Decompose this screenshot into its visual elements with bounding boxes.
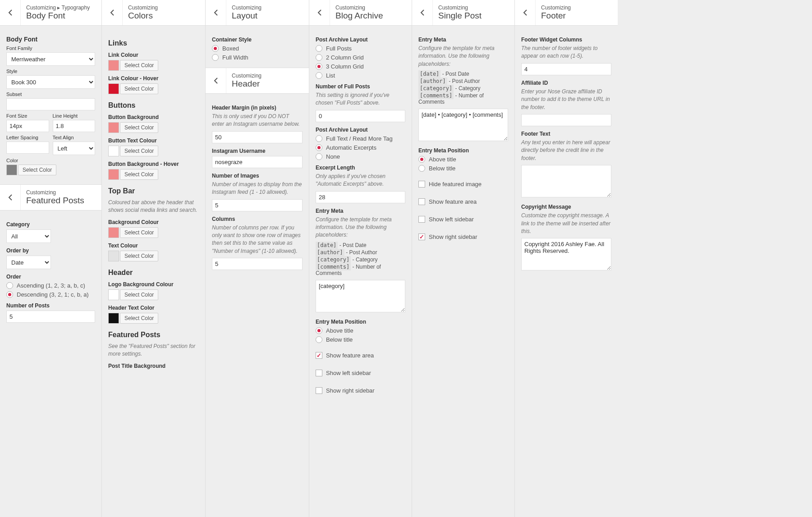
section-heading: Buttons	[108, 101, 199, 110]
category-select[interactable]: All	[6, 229, 51, 243]
label: Font Size	[6, 113, 49, 119]
label: Letter Spacing	[6, 135, 49, 140]
color-swatch	[108, 146, 119, 156]
select-color-button[interactable]: Select Color	[120, 60, 158, 71]
chevron-left-icon	[521, 9, 529, 17]
select-color-button[interactable]: Select Color	[120, 251, 158, 261]
metapos-below-radio[interactable]: Below title	[418, 165, 508, 172]
chevron-left-icon	[6, 193, 14, 201]
label: Order	[6, 274, 95, 280]
back-button[interactable]	[412, 0, 433, 25]
content-auto-radio[interactable]: Automatic Excerpts	[316, 144, 405, 151]
back-button[interactable]	[309, 0, 330, 25]
panel-title: Featured Posts	[26, 196, 84, 206]
copyright-textarea[interactable]	[521, 238, 611, 270]
container-full-radio[interactable]: Full Width	[212, 54, 303, 61]
color-swatch	[108, 169, 119, 180]
entry-meta-textarea[interactable]	[316, 280, 405, 312]
affiliate-input[interactable]	[521, 114, 611, 126]
order-desc-radio[interactable]: Descending (3, 2, 1; c, b, a)	[6, 291, 95, 298]
chevron-left-icon	[108, 9, 116, 17]
container-boxed-radio[interactable]: Boxed	[212, 45, 303, 52]
entry-meta-textarea[interactable]	[418, 109, 508, 141]
color-swatch	[6, 165, 17, 175]
show-feature-check[interactable]: Show feature area	[316, 352, 405, 359]
back-button[interactable]	[515, 0, 536, 25]
show-left-check[interactable]: Show left sidebar	[418, 216, 508, 223]
footer-text-textarea[interactable]	[521, 165, 611, 197]
panel-header: Customizing ▸ TypographyBody Font	[0, 0, 101, 26]
section-heading: Header	[108, 269, 199, 277]
chevron-left-icon	[212, 9, 220, 17]
hide-featured-check[interactable]: Hide featured image	[418, 181, 508, 188]
select-color-button[interactable]: Select Color	[120, 227, 158, 238]
num-posts-input[interactable]	[6, 311, 95, 323]
label: Color	[6, 158, 95, 163]
select-color-button[interactable]: Select Color	[120, 313, 158, 324]
section-heading: Links	[108, 39, 199, 47]
label: Style	[6, 69, 95, 74]
color-swatch	[108, 122, 119, 133]
orderby-select[interactable]: Date	[6, 256, 51, 269]
panel-body-font: Customizing ▸ TypographyBody Font Body F…	[0, 0, 102, 517]
layout-3col-radio[interactable]: 3 Column Grid	[316, 63, 405, 70]
footer-cols-input[interactable]	[521, 63, 611, 75]
color-swatch	[108, 313, 119, 324]
metapos-above-radio[interactable]: Above title	[316, 327, 405, 334]
show-feature-check[interactable]: Show feature area	[418, 198, 508, 205]
panel-colors: CustomizingColors Links Link Colour Sele…	[102, 0, 206, 517]
metapos-above-radio[interactable]: Above title	[418, 156, 508, 163]
content-fulltext-radio[interactable]: Full Text / Read More Tag	[316, 135, 405, 142]
select-color-button[interactable]: Select Color	[18, 165, 56, 175]
panel-title: Body Font	[26, 11, 90, 21]
color-swatch	[108, 227, 119, 238]
label: Category	[6, 221, 95, 228]
breadcrumb: Customizing ▸ Typography	[26, 5, 90, 11]
color-swatch	[108, 251, 119, 261]
select-color-button[interactable]: Select Color	[120, 289, 158, 300]
show-right-check[interactable]: Show right sidebar	[316, 387, 405, 394]
metapos-below-radio[interactable]: Below title	[316, 336, 405, 343]
back-button[interactable]	[206, 68, 226, 93]
label: Subset	[6, 92, 95, 97]
select-color-button[interactable]: Select Color	[120, 169, 158, 180]
line-height-input[interactable]	[53, 120, 96, 132]
font-size-input[interactable]	[6, 120, 49, 132]
label: Number of Posts	[6, 302, 95, 309]
chevron-left-icon	[6, 9, 14, 17]
back-button[interactable]	[0, 185, 21, 210]
back-button[interactable]	[0, 0, 21, 25]
label: Order by	[6, 247, 95, 254]
color-swatch	[108, 60, 119, 71]
layout-2col-radio[interactable]: 2 Column Grid	[316, 54, 405, 61]
subset-input[interactable]	[6, 98, 95, 110]
section-heading: Top Bar	[108, 187, 199, 195]
num-images-input[interactable]	[212, 199, 303, 211]
select-color-button[interactable]: Select Color	[120, 122, 158, 133]
font-style-select[interactable]: Book 300	[6, 75, 95, 89]
layout-list-radio[interactable]: List	[316, 72, 405, 79]
columns-input[interactable]	[212, 258, 303, 270]
excerpt-length-input[interactable]	[316, 191, 405, 203]
instagram-input[interactable]	[212, 156, 303, 168]
chevron-left-icon	[316, 9, 324, 17]
panel-layout-header: CustomizingLayout Container Style Boxed …	[206, 0, 309, 517]
back-button[interactable]	[102, 0, 123, 25]
header-margin-input[interactable]	[212, 131, 303, 143]
back-button[interactable]	[206, 0, 226, 25]
placeholder-legend: [date] - Post Date [author] - Post Autho…	[418, 71, 508, 105]
select-color-button[interactable]: Select Color	[120, 83, 158, 94]
layout-full-radio[interactable]: Full Posts	[316, 45, 405, 52]
num-full-input[interactable]	[316, 110, 405, 122]
order-asc-radio[interactable]: Ascending (1, 2, 3; a, b, c)	[6, 282, 95, 289]
panel-footer: CustomizingFooter Footer Widget Columns …	[515, 0, 618, 517]
content-none-radio[interactable]: None	[316, 153, 405, 160]
show-left-check[interactable]: Show left sidebar	[316, 370, 405, 376]
letter-spacing-input[interactable]	[6, 142, 49, 154]
show-right-check[interactable]: Show right sidebar	[418, 233, 508, 240]
color-swatch	[108, 83, 119, 94]
select-color-button[interactable]: Select Color	[120, 146, 158, 156]
font-family-select[interactable]: Merriweather	[6, 52, 95, 66]
text-align-select[interactable]: Left	[53, 142, 96, 155]
label: Line Height	[53, 113, 96, 119]
